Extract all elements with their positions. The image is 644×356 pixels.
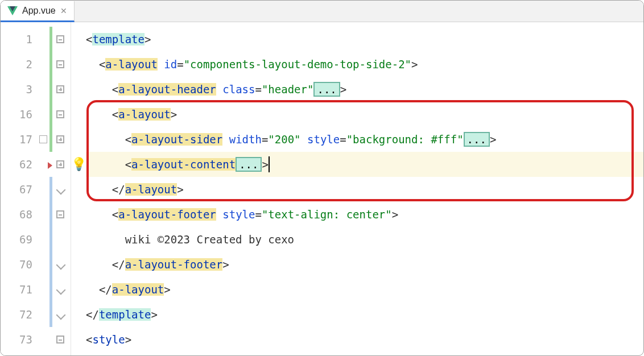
code-line: <a-layout id="components-layout-demo-top… [86,52,643,77]
fold-expand-icon[interactable] [56,160,64,168]
fold-end-icon[interactable] [56,260,66,270]
fold-collapse-icon[interactable] [56,210,64,218]
icon-gutter [38,22,49,355]
fold-ellipsis[interactable]: ... [313,82,340,97]
fold-expand-icon[interactable] [56,85,64,93]
fold-expand-icon[interactable] [56,135,64,143]
code-line: <a-layout-footer style="text-align: cent… [86,202,643,227]
current-line-highlight: <a-layout-content...> [86,152,643,177]
code-line: </template> [86,302,643,327]
close-icon[interactable]: ✕ [60,6,67,15]
fold-collapse-icon[interactable] [56,35,64,43]
code-line: <a-layout-header class="header"...> [86,77,643,102]
line-number: 67 [1,177,38,202]
code-line: </a-layout> [86,177,643,202]
code-line: wiki ©2023 Created by cexo [86,227,643,252]
line-number: 71 [1,277,38,302]
line-number: 72 [1,302,38,327]
line-number: 1 [1,27,38,52]
tab-app-vue[interactable]: App.vue ✕ [1,1,75,22]
fold-ellipsis[interactable]: ... [236,157,262,172]
line-number: 70 [1,252,38,277]
line-number: 73 [1,327,38,352]
vcs-gutter [49,22,55,355]
code-line: <a-layout-sider width="200" style="backg… [86,127,643,152]
fold-end-icon[interactable] [56,285,66,295]
fold-ellipsis[interactable]: ... [464,132,490,147]
line-number: 69 [1,227,38,252]
line-number: 3 [1,77,38,102]
hint-gutter: 💡 [71,22,86,355]
code-line: <a-layout> [86,102,643,127]
line-number: 68 [1,202,38,227]
text-caret [269,156,270,172]
line-number: 2 [1,52,38,77]
code-line: <style> [86,327,643,352]
line-number: 16 [1,102,38,127]
vue-icon [7,6,18,15]
fold-collapse-icon[interactable] [56,110,64,118]
fold-collapse-icon[interactable] [56,336,64,343]
intention-bulb-icon[interactable]: 💡 [71,152,86,177]
tab-bar: App.vue ✕ [1,1,643,22]
fold-end-icon[interactable] [56,185,66,195]
fold-end-icon[interactable] [56,311,66,320]
code-line: </a-layout> [86,277,643,302]
line-number: 62 [1,152,38,177]
line-number-gutter: 1 2 3 16 17 62 67 68 69 70 71 72 73 [1,22,38,355]
code-line: </a-layout-footer> [86,252,643,277]
fold-gutter [55,22,71,355]
checkbox-icon[interactable] [39,135,47,143]
tab-label: App.vue [22,6,56,16]
code-line: <template> [86,27,643,52]
fold-collapse-icon[interactable] [56,60,64,68]
code-content[interactable]: <template> <a-layout id="components-layo… [86,22,643,355]
editor[interactable]: 1 2 3 16 17 62 67 68 69 70 71 72 73 [1,22,643,355]
line-number: 17 [1,127,38,152]
